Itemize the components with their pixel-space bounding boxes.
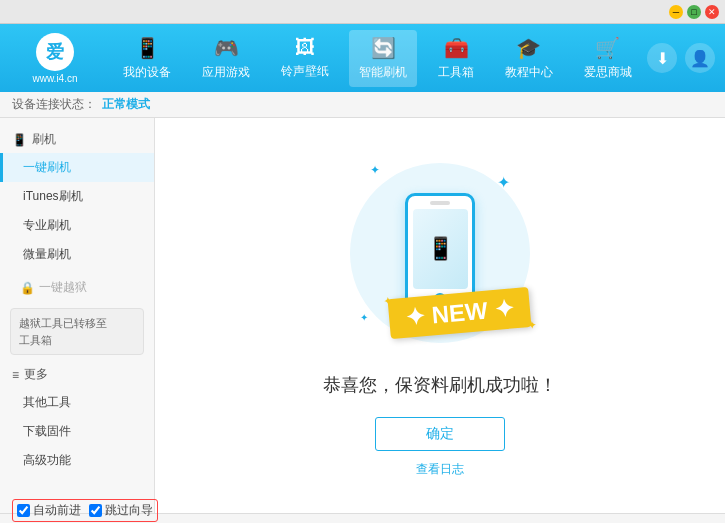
view-log-link[interactable]: 查看日志 [416,461,464,478]
wallpaper-icon: 🖼 [295,36,315,59]
logo[interactable]: 爱 www.i4.cn [10,33,100,84]
download-button[interactable]: ⬇ [647,43,677,73]
skip-guide-checkbox[interactable] [89,504,102,517]
more-section-icon: ≡ [12,368,19,382]
sidebar-item-one-click-flash[interactable]: 一键刷机 [0,153,154,182]
nav-bar: 📱 我的设备 🎮 应用游戏 🖼 铃声壁纸 🔄 智能刷机 🧰 工具箱 🎓 教程中心… [108,30,647,87]
auto-forward-label[interactable]: 自动前进 [17,502,81,519]
sidebar-item-wipe-flash[interactable]: 微量刷机 [0,240,154,269]
nav-item-toolbox[interactable]: 🧰 工具箱 [428,30,484,87]
phone-notch [430,201,450,205]
header-right: ⬇ 👤 [647,43,715,73]
nav-item-my-device[interactable]: 📱 我的设备 [113,30,181,87]
confirm-button[interactable]: 确定 [375,417,505,451]
sparkle-3-icon: ✦ [360,312,368,323]
sidebar-item-itunes-flash[interactable]: iTunes刷机 [0,182,154,211]
new-banner-text: ✦ NEW ✦ [387,287,531,339]
main-content: ✦ ✦ ✦ 📱 ✦ NEW ✦ 恭喜您，保资料刷机成功啦！ 确定 查看日志 [155,118,725,513]
title-bar: ─ □ ✕ [0,0,725,24]
tutorial-icon: 🎓 [516,36,541,60]
checkbox-group: 自动前进 跳过向导 [12,499,158,522]
sidebar-section-more-title: ≡ 更多 [0,361,154,388]
success-title: 恭喜您，保资料刷机成功啦！ [323,373,557,397]
nav-label-mall: 爱思商城 [584,64,632,81]
status-bar: 设备连接状态： 正常模式 [0,92,725,118]
sidebar-section-more: ≡ 更多 其他工具 下载固件 高级功能 [0,361,154,475]
lock-icon: 🔒 [20,281,35,295]
footer: 自动前进 跳过向导 📱 iPhone 12 mini 64GB Down-12m… [0,513,725,523]
sparkle-1-icon: ✦ [497,173,510,192]
sidebar-section-flash: 📱 刷机 一键刷机 iTunes刷机 专业刷机 微量刷机 [0,126,154,269]
phone-illustration: ✦ ✦ ✦ 📱 ✦ NEW ✦ [340,153,540,353]
sidebar-item-download-firmware[interactable]: 下载固件 [0,417,154,446]
minimize-button[interactable]: ─ [669,5,683,19]
my-device-icon: 📱 [135,36,160,60]
status-value: 正常模式 [102,96,150,113]
flash-section-icon: 📱 [12,133,27,147]
logo-icon: 爱 [36,33,74,71]
user-button[interactable]: 👤 [685,43,715,73]
nav-label-app-game: 应用游戏 [202,64,250,81]
nav-label-smart-flash: 智能刷机 [359,64,407,81]
sidebar-section-jailbreak: 🔒 一键越狱 越狱工具已转移至工具箱 [0,273,154,355]
skip-guide-label[interactable]: 跳过向导 [89,502,153,519]
sidebar-jailbreak-label: 🔒 一键越狱 [0,273,154,302]
logo-url: www.i4.cn [32,73,77,84]
mall-icon: 🛒 [595,36,620,60]
smart-flash-icon: 🔄 [371,36,396,60]
sidebar-section-flash-title: 📱 刷机 [0,126,154,153]
header: 爱 www.i4.cn 📱 我的设备 🎮 应用游戏 🖼 铃声壁纸 🔄 智能刷机 … [0,24,725,92]
footer-left: 自动前进 跳过向导 📱 iPhone 12 mini 64GB Down-12m… [12,499,485,524]
nav-label-tutorial: 教程中心 [505,64,553,81]
nav-label-wallpaper: 铃声壁纸 [281,63,329,80]
sidebar-item-advanced[interactable]: 高级功能 [0,446,154,475]
nav-item-smart-flash[interactable]: 🔄 智能刷机 [349,30,417,87]
sidebar-item-pro-flash[interactable]: 专业刷机 [0,211,154,240]
nav-item-tutorial[interactable]: 🎓 教程中心 [495,30,563,87]
sidebar-item-other-tools[interactable]: 其他工具 [0,388,154,417]
auto-forward-checkbox[interactable] [17,504,30,517]
main-layout: 📱 刷机 一键刷机 iTunes刷机 专业刷机 微量刷机 🔒 一键越狱 越狱工 [0,118,725,513]
nav-item-app-game[interactable]: 🎮 应用游戏 [192,30,260,87]
phone-screen: 📱 [413,209,468,289]
toolbox-icon: 🧰 [444,36,469,60]
nav-item-mall[interactable]: 🛒 爱思商城 [574,30,642,87]
maximize-button[interactable]: □ [687,5,701,19]
jailbreak-info: 越狱工具已转移至工具箱 [10,308,144,355]
nav-label-my-device: 我的设备 [123,64,171,81]
app-game-icon: 🎮 [214,36,239,60]
new-ribbon: ✦ NEW ✦ [389,293,530,333]
sidebar: 📱 刷机 一键刷机 iTunes刷机 专业刷机 微量刷机 🔒 一键越狱 越狱工 [0,118,155,513]
sparkle-2-icon: ✦ [370,163,380,177]
close-button[interactable]: ✕ [705,5,719,19]
status-label: 设备连接状态： [12,96,96,113]
nav-label-toolbox: 工具箱 [438,64,474,81]
nav-item-wallpaper[interactable]: 🖼 铃声壁纸 [271,30,339,86]
phone-screen-inner: 📱 [427,236,454,262]
